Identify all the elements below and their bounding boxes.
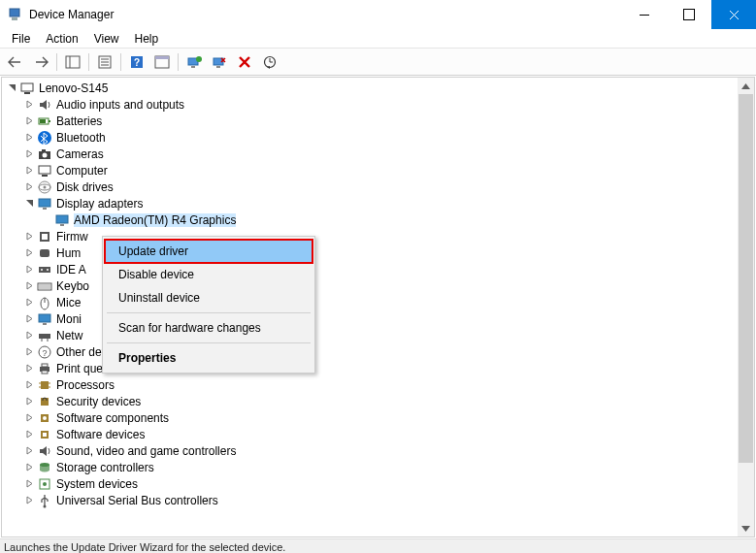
svg-rect-2 <box>66 56 80 68</box>
tree-item-label: Audio inputs and outputs <box>56 98 184 112</box>
scan-hardware-button[interactable] <box>258 51 281 73</box>
expand-caret-icon[interactable] <box>23 265 36 274</box>
tree-item[interactable]: Batteries <box>4 113 754 129</box>
update-driver-button[interactable] <box>182 51 206 73</box>
tree-item-label: Storage controllers <box>56 461 154 474</box>
svg-rect-19 <box>24 92 30 94</box>
help-button[interactable]: ? <box>125 51 148 73</box>
expand-caret-icon[interactable] <box>23 430 36 439</box>
monitor-icon <box>37 196 52 211</box>
expand-caret-icon[interactable] <box>23 446 36 455</box>
device-manager-icon <box>8 7 23 22</box>
menu-file[interactable]: File <box>4 30 38 48</box>
tree-item[interactable]: Software components <box>4 409 754 426</box>
expand-caret-icon[interactable] <box>23 380 36 389</box>
tree-item-label: Software devices <box>56 428 145 441</box>
scroll-down-button[interactable] <box>738 520 754 537</box>
speaker-icon <box>37 443 52 459</box>
computer-icon <box>19 81 35 96</box>
svg-point-69 <box>43 482 47 486</box>
tree-item[interactable]: Software devices <box>4 426 754 442</box>
collapse-caret-icon[interactable] <box>6 83 18 92</box>
network-icon <box>37 328 52 343</box>
tree-item-label: Software components <box>56 411 169 425</box>
vertical-scrollbar[interactable] <box>738 78 754 537</box>
context-menu-item[interactable]: Disable device <box>105 263 312 286</box>
expand-caret-icon[interactable] <box>23 331 36 340</box>
expand-caret-icon[interactable] <box>23 314 36 323</box>
tree-item-label: Security devices <box>56 395 141 408</box>
context-menu-item[interactable]: Update driver <box>105 240 312 263</box>
expand-caret-icon[interactable] <box>23 298 36 307</box>
tree-item[interactable]: Lenovo-S145 <box>4 80 754 96</box>
scrollbar-thumb[interactable] <box>739 94 753 463</box>
separator <box>56 53 57 71</box>
tree-item[interactable]: Disk drives <box>4 179 754 195</box>
expand-caret-icon[interactable] <box>23 149 36 158</box>
svg-rect-55 <box>42 364 48 367</box>
tree-item[interactable]: Cameras <box>4 146 754 162</box>
expand-caret-icon[interactable] <box>23 479 36 488</box>
properties-button[interactable] <box>93 51 116 73</box>
svg-rect-0 <box>10 9 19 16</box>
expand-caret-icon[interactable] <box>23 496 36 504</box>
tree-item-label: Universal Serial Bus controllers <box>56 494 218 507</box>
context-menu-item[interactable]: Properties <box>105 346 312 370</box>
expand-caret-icon[interactable] <box>23 116 36 125</box>
expand-caret-icon[interactable] <box>23 248 36 257</box>
svg-rect-47 <box>39 314 50 322</box>
tree-item[interactable]: Universal Serial Bus controllers <box>4 492 754 508</box>
svg-rect-33 <box>43 208 47 210</box>
menu-view[interactable]: View <box>86 30 127 48</box>
menu-help[interactable]: Help <box>127 30 167 48</box>
uninstall-device-button[interactable] <box>233 51 256 73</box>
svg-point-25 <box>43 152 48 157</box>
tree-item[interactable]: Display adapters <box>4 195 754 211</box>
tree-item[interactable]: Audio inputs and outputs <box>4 96 754 113</box>
expand-caret-icon[interactable] <box>23 182 36 191</box>
expand-caret-icon[interactable] <box>23 166 36 175</box>
expand-caret-icon[interactable] <box>23 347 36 356</box>
show-hide-console-tree-button[interactable] <box>61 51 84 73</box>
expand-caret-icon[interactable] <box>23 463 36 472</box>
menu-action[interactable]: Action <box>38 30 85 48</box>
tree-item-label: Firmw <box>56 230 88 244</box>
maximize-button[interactable] <box>667 0 711 29</box>
expand-caret-icon[interactable] <box>23 100 36 109</box>
statusbar-text: Launches the Update Driver Wizard for th… <box>4 541 285 553</box>
minimize-button[interactable] <box>622 0 667 29</box>
swcomp-icon <box>37 410 52 426</box>
expand-caret-icon[interactable] <box>23 364 36 373</box>
svg-rect-1 <box>12 17 17 20</box>
tree-item-label: Bluetooth <box>56 131 106 145</box>
expand-caret-icon[interactable] <box>23 281 36 290</box>
expand-caret-icon[interactable] <box>23 397 36 406</box>
context-menu-item[interactable]: Scan for hardware changes <box>105 316 312 340</box>
expand-caret-icon[interactable] <box>23 133 36 142</box>
tree-item-label: Cameras <box>56 147 104 161</box>
svg-rect-49 <box>39 334 50 339</box>
tree-item[interactable]: Processors <box>4 376 754 393</box>
disable-device-button[interactable] <box>208 51 231 73</box>
tree-item[interactable]: System devices <box>4 475 754 492</box>
tree-item[interactable]: Sound, video and game controllers <box>4 442 754 459</box>
tree-item[interactable]: Computer <box>4 162 754 179</box>
tree-item[interactable]: Bluetooth <box>4 129 754 146</box>
tree-item[interactable]: Storage controllers <box>4 459 754 475</box>
back-button[interactable] <box>4 51 27 73</box>
statusbar: Launches the Update Driver Wizard for th… <box>0 538 756 553</box>
svg-text:?: ? <box>42 348 47 358</box>
forward-button[interactable] <box>29 51 52 73</box>
expand-caret-icon[interactable] <box>23 232 36 241</box>
action-button[interactable] <box>150 51 174 73</box>
tree-item[interactable]: Security devices <box>4 393 754 409</box>
close-button[interactable] <box>711 0 756 29</box>
svg-point-70 <box>44 504 47 507</box>
expand-caret-icon[interactable] <box>23 413 36 422</box>
svg-point-40 <box>41 269 43 271</box>
svg-rect-34 <box>56 215 68 223</box>
collapse-caret-icon[interactable] <box>23 199 36 208</box>
tree-item[interactable]: AMD Radeon(TM) R4 Graphics <box>4 211 754 228</box>
scroll-up-button[interactable] <box>738 78 754 94</box>
context-menu-item[interactable]: Uninstall device <box>105 286 312 309</box>
